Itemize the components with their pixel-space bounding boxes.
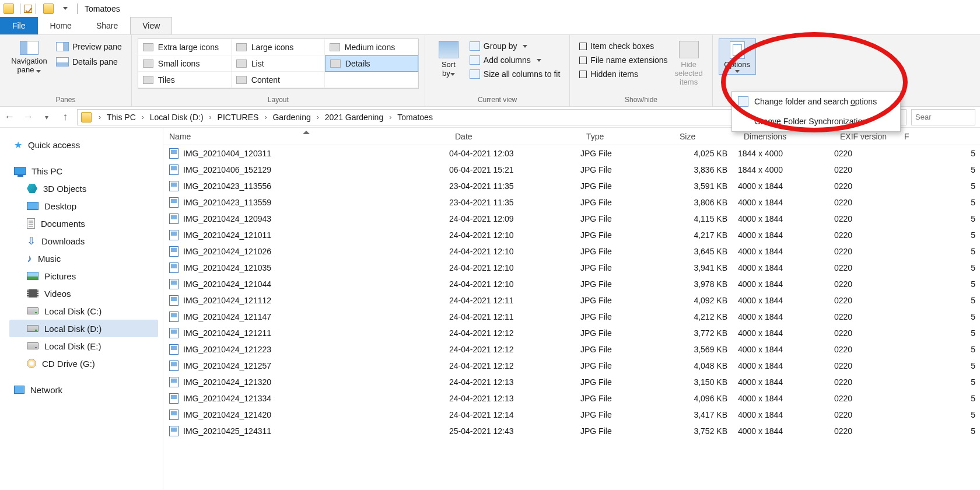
breadcrumb-item[interactable]: 2021 Gardening: [323, 113, 386, 122]
sidebar-item[interactable]: Local Disk (C:): [9, 302, 158, 320]
sidebar-item[interactable]: Videos: [9, 285, 158, 302]
layout-gallery[interactable]: Extra large iconsLarge iconsMedium icons…: [138, 38, 419, 89]
layout-option[interactable]: Extra large icons: [138, 39, 232, 55]
sidebar-network[interactable]: Network: [9, 381, 158, 398]
col-extra[interactable]: F: [898, 132, 980, 141]
file-row[interactable]: IMG_20210404_12031104-04-2021 12:03JPG F…: [163, 145, 980, 162]
chevron-right-icon[interactable]: ›: [261, 113, 270, 121]
qat-dropdown-icon[interactable]: [63, 7, 68, 10]
tab-share[interactable]: Share: [84, 17, 130, 34]
file-row[interactable]: IMG_20210424_12132024-04-2021 12:13JPG F…: [163, 374, 980, 390]
breadcrumb-item[interactable]: Gardening: [270, 113, 313, 122]
navigation-pane-icon: [20, 41, 38, 55]
file-type: JPG File: [580, 214, 674, 223]
sidebar-item[interactable]: Documents: [9, 215, 158, 232]
sidebar-item[interactable]: Local Disk (E:): [9, 337, 158, 355]
file-name: IMG_20210424_121257: [183, 361, 271, 370]
breadcrumb-item[interactable]: Local Disk (D:): [148, 113, 206, 122]
groove-sync-item[interactable]: Groove Folder Synchronization: [732, 111, 900, 131]
body: ★Quick accessThis PC3D ObjectsDesktopDoc…: [0, 128, 980, 490]
layout-option[interactable]: Large icons: [232, 39, 325, 55]
tab-view[interactable]: View: [130, 17, 172, 34]
col-name[interactable]: Name: [163, 132, 449, 141]
image-file-icon: [169, 393, 178, 404]
ribbon-group-show-hide: Item check boxes File name extensions Hi…: [570, 35, 712, 106]
file-row[interactable]: IMG_20210424_12125724-04-2021 12:12JPG F…: [163, 358, 980, 374]
ribbon-group-layout: Extra large iconsLarge iconsMedium icons…: [132, 35, 425, 106]
file-row[interactable]: IMG_20210424_12142024-04-2021 12:14JPG F…: [163, 407, 980, 423]
hidden-items-toggle[interactable]: Hidden items: [576, 68, 671, 80]
preview-pane-button[interactable]: Preview pane: [52, 40, 125, 54]
sidebar-item[interactable]: 3D Objects: [9, 180, 158, 197]
col-exif[interactable]: EXIF version: [834, 132, 898, 141]
file-row[interactable]: IMG_20210424_12121124-04-2021 12:12JPG F…: [163, 325, 980, 341]
add-columns-button[interactable]: Add columns: [466, 54, 564, 66]
nav-tree: ★Quick accessThis PC3D ObjectsDesktopDoc…: [0, 128, 163, 490]
file-row[interactable]: IMG_20210424_12101124-04-2021 12:10JPG F…: [163, 227, 980, 243]
file-row[interactable]: IMG_20210424_12103524-04-2021 12:10JPG F…: [163, 260, 980, 276]
sidebar-quick-access[interactable]: ★Quick access: [9, 136, 158, 153]
file-dimensions: 4000 x 1844: [738, 361, 834, 370]
file-size: 3,645 KB: [674, 247, 738, 256]
size-columns-button[interactable]: Size all columns to fit: [466, 68, 564, 80]
forward-button[interactable]: →: [19, 108, 37, 127]
cd-icon: [27, 359, 36, 368]
search-input[interactable]: Sear: [911, 109, 975, 125]
file-row[interactable]: IMG_20210424_12133424-04-2021 12:13JPG F…: [163, 390, 980, 407]
chevron-right-icon[interactable]: ›: [386, 113, 395, 121]
sidebar-item[interactable]: Local Disk (D:): [9, 320, 158, 337]
file-row[interactable]: IMG_20210424_12094324-04-2021 12:09JPG F…: [163, 211, 980, 227]
sidebar-this-pc[interactable]: This PC: [9, 162, 158, 180]
item-checkboxes-toggle[interactable]: Item check boxes: [576, 40, 671, 52]
sidebar-item[interactable]: ♪Music: [9, 250, 158, 267]
breadcrumb-item[interactable]: This PC: [104, 113, 138, 122]
up-button[interactable]: ↑: [56, 108, 75, 127]
details-pane-button[interactable]: Details pane: [52, 55, 125, 69]
checkbox-icon: [579, 71, 587, 78]
chevron-right-icon[interactable]: ›: [313, 113, 323, 121]
file-row[interactable]: IMG_20210424_12122324-04-2021 12:12JPG F…: [163, 341, 980, 358]
file-row[interactable]: IMG_20210424_12111224-04-2021 12:11JPG F…: [163, 292, 980, 309]
tab-home[interactable]: Home: [38, 17, 84, 34]
col-date[interactable]: Date: [449, 132, 580, 141]
group-by-button[interactable]: Group by: [466, 40, 564, 52]
file-list: Name Date Type Size Dimensions EXIF vers…: [163, 128, 980, 490]
file-row[interactable]: IMG_20210423_11355623-04-2021 11:35JPG F…: [163, 178, 980, 194]
col-type[interactable]: Type: [580, 132, 674, 141]
file-row[interactable]: IMG_20210423_11355923-04-2021 11:35JPG F…: [163, 194, 980, 211]
file-row[interactable]: IMG_20210424_12104424-04-2021 12:10JPG F…: [163, 276, 980, 292]
sort-by-button[interactable]: Sortby: [431, 38, 466, 78]
file-date: 24-04-2021 12:10: [449, 230, 580, 240]
file-row[interactable]: IMG_20210406_15212906-04-2021 15:21JPG F…: [163, 162, 980, 178]
sidebar-item[interactable]: Desktop: [9, 197, 158, 215]
folder-icon[interactable]: [43, 4, 54, 14]
col-size[interactable]: Size: [674, 132, 738, 141]
layout-option[interactable]: Details: [325, 55, 418, 72]
layout-option[interactable]: Tiles: [138, 72, 232, 88]
sidebar-item[interactable]: CD Drive (G:): [9, 355, 158, 372]
sidebar-item[interactable]: ⇩Downloads: [9, 232, 158, 250]
change-folder-options-item[interactable]: Change folder and search options: [732, 92, 900, 111]
sidebar-item[interactable]: Pictures: [9, 267, 158, 285]
options-button[interactable]: Options: [719, 38, 756, 75]
file-extensions-toggle[interactable]: File name extensions: [576, 54, 671, 66]
layout-option[interactable]: Medium icons: [325, 39, 418, 55]
navigation-pane-button[interactable]: Navigationpane: [6, 38, 52, 75]
chevron-right-icon[interactable]: ›: [206, 113, 215, 121]
layout-option[interactable]: List: [232, 55, 325, 72]
chevron-right-icon[interactable]: ›: [95, 113, 104, 121]
file-row[interactable]: IMG_20210424_12114724-04-2021 12:11JPG F…: [163, 309, 980, 325]
file-row[interactable]: IMG_20210425_12431125-04-2021 12:43JPG F…: [163, 423, 980, 439]
breadcrumb-item[interactable]: PICTURES: [215, 113, 261, 122]
back-button[interactable]: ←: [0, 108, 19, 127]
layout-option[interactable]: Content: [232, 72, 325, 88]
qat-properties-icon[interactable]: [24, 5, 32, 13]
file-row[interactable]: IMG_20210424_12102624-04-2021 12:10JPG F…: [163, 243, 980, 260]
chevron-right-icon[interactable]: ›: [138, 113, 148, 121]
tab-file[interactable]: File: [0, 17, 38, 34]
recent-locations-button[interactable]: ▾: [37, 108, 56, 127]
layout-option[interactable]: Small icons: [138, 55, 232, 72]
breadcrumb-item[interactable]: Tomatoes: [395, 113, 435, 122]
file-extra: 5: [898, 214, 980, 223]
col-dimensions[interactable]: Dimensions: [738, 132, 834, 141]
